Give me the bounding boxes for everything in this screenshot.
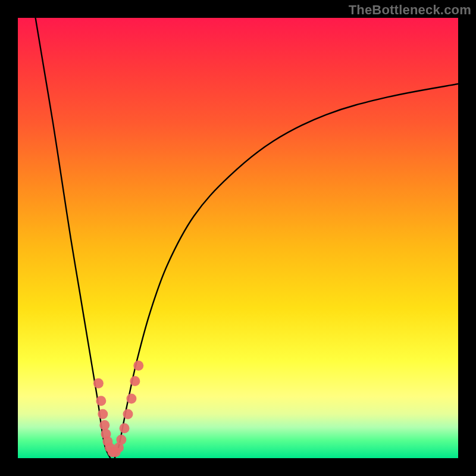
data-point: [133, 361, 143, 371]
data-point: [126, 394, 136, 404]
chart-svg: [18, 18, 458, 458]
curve-layer: [36, 18, 458, 458]
chart-frame: TheBottleneck.com: [0, 0, 476, 476]
data-point: [98, 409, 108, 419]
data-point: [93, 378, 104, 389]
data-point: [123, 409, 133, 419]
right-curve: [115, 84, 458, 458]
data-point: [96, 396, 106, 406]
left-curve: [36, 18, 111, 458]
data-point: [130, 376, 140, 386]
watermark-text: TheBottleneck.com: [349, 2, 471, 18]
plot-area: [18, 18, 458, 458]
marker-layer: [93, 361, 143, 457]
data-point: [120, 423, 130, 433]
data-point: [99, 420, 109, 430]
data-point: [116, 434, 126, 444]
